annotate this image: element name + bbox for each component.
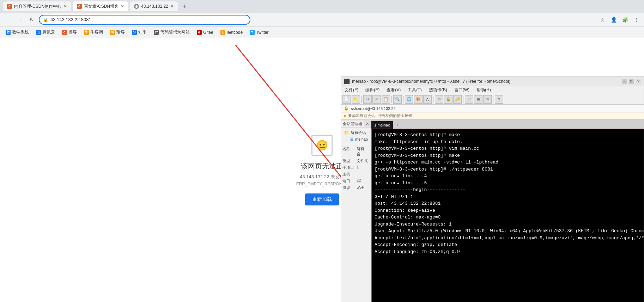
xshell-close-button[interactable]: ✕ xyxy=(636,79,641,84)
terminal-tabs: 1 meihao + xyxy=(371,119,644,129)
session-area: 会话管理器 ✕ 📁 所有会话 🖥 meihao xyxy=(341,119,644,302)
extension-button[interactable]: 🧩 xyxy=(620,15,630,25)
bookmarks-bar: 教 教学系统 云 腾讯云 C 博客 牛 牛客网 瑞 瑞客 知 知乎 代 代码随想… xyxy=(0,27,644,38)
toolbar-sep-4 xyxy=(433,96,433,103)
menu-button[interactable]: ⋮ xyxy=(631,15,641,25)
menu-file[interactable]: 文件(F) xyxy=(343,86,360,94)
back-button[interactable]: ← xyxy=(3,15,13,25)
tab-3[interactable]: ◉ 43.143.132.22 ✕ xyxy=(130,1,178,11)
xshell-titlebar: ⬛ meihao - root@VM-8-3-centos:/home/shy/… xyxy=(341,76,644,86)
toolbar-cut-btn[interactable]: ✂ xyxy=(363,95,372,104)
bookmark-blog-label: 博客 xyxy=(68,29,77,35)
file-label-subitem: 子项目 xyxy=(342,165,355,170)
meihao-session-label: meihao xyxy=(355,137,368,141)
menu-window[interactable]: 窗口(W) xyxy=(453,86,471,94)
toolbar-resize-btn[interactable]: ⤢ xyxy=(465,95,473,104)
tab-1-close[interactable]: ✕ xyxy=(63,4,67,9)
toolbar-lock-btn[interactable]: 🔒 xyxy=(444,95,452,104)
bookmark-ruike-icon: 瑞 xyxy=(110,30,115,35)
toolbar-paste-btn[interactable]: 📋 xyxy=(382,95,390,104)
toolbar-copy-btn[interactable]: ⎘ xyxy=(372,95,381,104)
menu-edit[interactable]: 编辑(E) xyxy=(364,86,381,94)
xshell-menu: 文件(F) 编辑(E) 查看(V) 工具(T) 选项卡(B) 窗口(W) 帮助(… xyxy=(341,86,644,94)
bookmark-tencent-icon: 云 xyxy=(36,30,41,35)
file-value-type: 文件夹 xyxy=(357,158,368,164)
tab-2-title: 写文章-CSDN博客 xyxy=(84,4,119,10)
bookmark-niuke[interactable]: 牛 牛客网 xyxy=(82,29,105,36)
toolbar-settings-btn[interactable]: ⚙ xyxy=(435,95,443,104)
toolbar-color-btn[interactable]: 🎨 xyxy=(414,95,423,104)
file-value-subitem: 1 xyxy=(357,165,359,170)
toolbar-help-btn[interactable]: ? xyxy=(495,95,503,104)
bookmark-twitter[interactable]: T Twitter xyxy=(248,29,271,36)
file-value-port: 22 xyxy=(357,178,361,184)
file-value-name: 所有会... xyxy=(357,146,369,157)
toolbar-key-btn[interactable]: 🔑 xyxy=(453,95,462,104)
address-bar[interactable]: 🔒 43.143.132.22:8081 xyxy=(39,15,250,25)
toolbar-new-btn[interactable]: 📄 xyxy=(342,95,351,104)
menu-help[interactable]: 帮助(H) xyxy=(475,86,492,94)
toolbar-split-btn[interactable]: ⊞ xyxy=(474,95,482,104)
session-panel-close-btn[interactable]: ✕ xyxy=(364,120,371,127)
bookmark-daima-icon: 代 xyxy=(154,30,159,35)
tab-1-title: 内容管理-CSDN创作中心 xyxy=(14,4,61,10)
bookmark-leetcode[interactable]: L leetcode xyxy=(218,29,245,36)
tab-2[interactable]: C 写文章-CSDN博客 ✕ xyxy=(73,1,128,11)
bookmark-jiaoxue-label: 教学系统 xyxy=(12,29,29,35)
file-info-panel: 名称 所有会... 类型 文件夹 子项目 1 主机 xyxy=(341,144,371,192)
reload-button[interactable]: 重新加载 xyxy=(305,193,339,205)
xshell-maximize-button[interactable]: □ xyxy=(629,79,634,84)
xshell-title-text: meihao - root@VM-8-3-centos:/home/shy/c+… xyxy=(352,79,620,84)
refresh-button[interactable]: ↻ xyxy=(27,15,37,25)
all-sessions-item[interactable]: 📁 所有会话 xyxy=(342,129,369,136)
tab-2-favicon: C xyxy=(77,4,82,9)
bookmark-gitee[interactable]: G Gitee xyxy=(195,29,215,36)
xshell-window-controls: ─ □ ✕ xyxy=(622,79,641,84)
lock-icon: 🔒 xyxy=(43,17,48,22)
forward-button[interactable]: → xyxy=(15,15,25,25)
file-row-subitem: 子项目 1 xyxy=(342,164,369,171)
bookmark-jiaoxue[interactable]: 教 教学系统 xyxy=(4,29,31,36)
bookmark-jiaoxue-icon: 教 xyxy=(6,30,11,35)
profile-button[interactable]: 👤 xyxy=(609,15,619,25)
toolbar-search-btn[interactable]: 🔍 xyxy=(393,95,402,104)
tab-3-close[interactable]: ✕ xyxy=(170,4,174,9)
terminal-tab-1[interactable]: 1 meihao xyxy=(371,121,393,129)
menu-view[interactable]: 查看(V) xyxy=(385,86,402,94)
toolbar-connect-btn[interactable]: 🌐 xyxy=(405,95,413,104)
xshell-minimize-button[interactable]: ─ xyxy=(622,79,627,84)
session-tree: 📁 所有会话 🖥 meihao xyxy=(341,128,371,144)
error-face-icon: 😐 xyxy=(316,140,328,151)
toolbar-sep-6 xyxy=(493,96,493,103)
bookmark-tencent[interactable]: 云 腾讯云 xyxy=(34,29,57,36)
browser-window: C 内容管理-CSDN创作中心 ✕ C 写文章-CSDN博客 ✕ ◉ 43.14… xyxy=(0,0,644,302)
bookmark-daima[interactable]: 代 代码随想录网站 xyxy=(152,29,192,36)
toolbar-sep-3 xyxy=(403,96,403,103)
session-manager-tab[interactable]: 会话管理器 xyxy=(341,121,364,127)
bookmark-leetcode-label: leetcode xyxy=(227,30,243,35)
toolbar-open-btn[interactable]: 📁 xyxy=(352,95,360,104)
tab-1[interactable]: C 内容管理-CSDN创作中心 ✕ xyxy=(3,1,71,11)
address-text: 43.143.132.22:8081 xyxy=(50,17,91,22)
error-url: 43.143.132.22 未发送 xyxy=(300,174,344,180)
bookmark-ruike[interactable]: 瑞 瑞客 xyxy=(108,29,127,36)
file-row-host: 主机 xyxy=(342,171,369,178)
bookmark-niuke-icon: 牛 xyxy=(84,30,89,35)
toolbar-sep-1 xyxy=(362,96,362,103)
bookmark-zhihu[interactable]: 知 知乎 xyxy=(130,29,149,36)
menu-tools[interactable]: 工具(T) xyxy=(406,86,423,94)
bookmark-star-button[interactable]: ☆ xyxy=(597,15,607,25)
terminal[interactable]: [root@VM-8-3-centos http]# make make: `h… xyxy=(371,129,644,302)
toolbar-transfer-btn[interactable]: ⇅ xyxy=(483,95,492,104)
bookmark-leetcode-icon: L xyxy=(220,30,225,35)
meihao-session-item[interactable]: 🖥 meihao xyxy=(342,136,369,142)
tab-2-close[interactable]: ✕ xyxy=(121,4,124,9)
new-tab-button[interactable]: + xyxy=(180,1,189,11)
bookmark-daima-label: 代码随想录网站 xyxy=(160,29,190,35)
terminal-add-tab-button[interactable]: + xyxy=(393,121,401,129)
toolbar-font-btn[interactable]: A xyxy=(423,95,432,104)
bookmark-blog[interactable]: C 博客 xyxy=(60,29,79,36)
add-session-arrow-icon: ▶ xyxy=(344,113,347,118)
tab-3-title: 43.143.132.22 xyxy=(141,4,168,9)
menu-tab[interactable]: 选项卡(B) xyxy=(427,86,449,94)
